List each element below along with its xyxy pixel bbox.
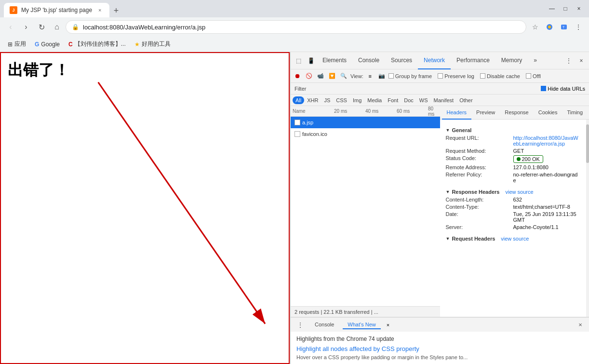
details-tab-cookies[interactable]: Cookies: [534, 106, 562, 120]
minimize-button[interactable]: —: [546, 2, 558, 15]
extensions-icon[interactable]: [543, 20, 556, 34]
details-tab-response[interactable]: Response: [500, 106, 534, 120]
home-button[interactable]: ⌂: [50, 20, 64, 34]
referrer-policy-value: no-referrer-when-downgrade: [513, 172, 581, 183]
filter-manifest[interactable]: Manifest: [431, 96, 457, 104]
filter-all[interactable]: All: [293, 96, 304, 104]
filter-img[interactable]: Img: [350, 96, 364, 104]
offline-box[interactable]: [526, 73, 531, 79]
content-length-row: Content-Length: 632: [446, 197, 581, 202]
response-view-source[interactable]: view source: [505, 189, 533, 195]
lock-icon: 🔒: [72, 24, 79, 30]
group-frame-box[interactable]: [388, 73, 394, 79]
filter-js[interactable]: JS: [321, 96, 333, 104]
whats-new-label: What's New: [348, 322, 375, 327]
bookmark-apps[interactable]: ⊞ 应用: [4, 38, 30, 50]
scrollbar-thumb[interactable]: [586, 124, 589, 163]
content-length-key: Content-Length:: [446, 197, 513, 202]
back-button[interactable]: ‹: [4, 20, 17, 34]
blog-icon: C: [68, 41, 73, 48]
maximize-button[interactable]: □: [559, 2, 572, 15]
bottom-tab-whats-new[interactable]: What's New: [343, 321, 380, 329]
tab-more[interactable]: »: [528, 52, 543, 69]
whats-new-content: Highlights from the Chrome 74 update Hig…: [291, 332, 589, 364]
preserve-log-checkbox[interactable]: Preserve log: [438, 73, 474, 79]
file-item-favicon[interactable]: favicon.ico: [291, 128, 440, 140]
bottom-tab-console[interactable]: Console: [310, 321, 339, 329]
clear-button[interactable]: 📹: [316, 71, 325, 81]
group-by-frame-checkbox[interactable]: Group by frame: [388, 73, 432, 79]
remote-address-row: Remote Address: 127.0.0.1:8080: [446, 164, 581, 170]
details-tab-preview[interactable]: Preview: [471, 106, 500, 120]
filter-xhr[interactable]: XHR: [304, 96, 321, 104]
toolbar-icons: ☆ T ⋮: [528, 20, 585, 34]
filter-ws[interactable]: WS: [416, 96, 431, 104]
scrollbar-track[interactable]: [586, 120, 589, 317]
webpage: 出错了！: [0, 52, 290, 364]
bookmark-tools-label: 好用的工具: [142, 40, 171, 48]
disable-cache-box[interactable]: [480, 73, 485, 79]
record-button[interactable]: ⏺: [293, 71, 302, 81]
search-button[interactable]: 🔍: [339, 71, 348, 81]
request-headers-section: Request Headers view source: [446, 236, 581, 242]
filter-font[interactable]: Font: [385, 96, 401, 104]
devtools-close-icon[interactable]: ×: [576, 55, 587, 67]
request-method-key: Request Method:: [446, 148, 513, 154]
offline-checkbox[interactable]: Offl: [526, 73, 541, 79]
bookmark-blog[interactable]: C 【刘伟佳的博客】...: [65, 38, 130, 50]
forward-button[interactable]: ›: [19, 20, 33, 34]
content-type-value: text/html;charset=UTF-8: [513, 204, 570, 210]
hide-data-urls-checkbox[interactable]: Hide data URLs: [541, 86, 585, 92]
main-area: 出错了！ ⬚ 📱 Elements C: [0, 52, 589, 364]
device-icon[interactable]: 📱: [305, 55, 317, 67]
devtools-settings-icon[interactable]: ⋮: [563, 55, 575, 67]
filter-css[interactable]: CSS: [333, 96, 350, 104]
filter-doc[interactable]: Doc: [401, 96, 416, 104]
disable-cache-checkbox[interactable]: Disable cache: [480, 73, 520, 79]
reload-button[interactable]: ↻: [35, 20, 48, 34]
tab-sources[interactable]: Sources: [385, 52, 418, 69]
bookmark-tools[interactable]: ★ 好用的工具: [131, 38, 174, 50]
referrer-policy-key: Referrer Policy:: [446, 172, 513, 183]
bottom-menu-icon[interactable]: ⋮: [294, 319, 306, 331]
tab-console[interactable]: Console: [352, 52, 385, 69]
tab-performance[interactable]: Performance: [451, 52, 495, 69]
status-code-key: Status Code:: [446, 155, 513, 163]
inspect-icon[interactable]: ⬚: [293, 55, 304, 67]
close-button[interactable]: ×: [573, 2, 585, 15]
tab-memory[interactable]: Memory: [495, 52, 528, 69]
filter-other[interactable]: Other: [456, 96, 476, 104]
tab-network[interactable]: Network: [418, 52, 451, 69]
filter-toggle[interactable]: 🔽: [327, 71, 337, 81]
details-content-wrapper: General Request URL: http://localhost:80…: [440, 120, 589, 317]
translate-icon[interactable]: T: [557, 20, 571, 34]
menu-icon[interactable]: ⋮: [572, 20, 585, 34]
address-bar[interactable]: 🔒 localhost:8080/JavaWebLearning/error/a…: [66, 20, 526, 34]
preserve-log-box[interactable]: [438, 73, 443, 79]
details-tab-timing[interactable]: Timing: [562, 106, 588, 120]
list-view-icon[interactable]: ≡: [365, 71, 375, 81]
content-length-value: 632: [513, 197, 522, 202]
file-item-ajsp[interactable]: a.jsp: [291, 117, 440, 128]
screenshot-icon[interactable]: 📷: [377, 71, 387, 81]
title-bar: J My JSP 'b.jsp' starting page × + — □ ×: [0, 0, 589, 17]
file-icon-favicon: [294, 131, 300, 137]
bottom-close-button[interactable]: ×: [576, 320, 585, 330]
bookmark-google[interactable]: G Google: [31, 39, 64, 50]
file-name-favicon: favicon.ico: [302, 131, 327, 137]
details-tab-headers[interactable]: Headers: [442, 106, 472, 120]
new-tab-button[interactable]: +: [109, 4, 123, 17]
active-tab[interactable]: J My JSP 'b.jsp' starting page ×: [4, 3, 109, 17]
timeline-label-60: 60 ms: [397, 108, 410, 114]
hide-data-urls-box[interactable]: [541, 86, 546, 91]
request-headers-label: Request Headers: [452, 236, 495, 242]
response-headers-section: Response Headers view source: [446, 189, 581, 195]
request-view-source[interactable]: view source: [501, 236, 529, 242]
tab-close-button[interactable]: ×: [96, 6, 104, 14]
whats-new-close-x[interactable]: ×: [387, 322, 389, 328]
filter-media[interactable]: Media: [364, 96, 385, 104]
tab-elements[interactable]: Elements: [317, 52, 352, 69]
red-annotation-box: [0, 52, 290, 364]
stop-button[interactable]: 🚫: [304, 71, 314, 81]
star-icon[interactable]: ☆: [528, 20, 542, 34]
